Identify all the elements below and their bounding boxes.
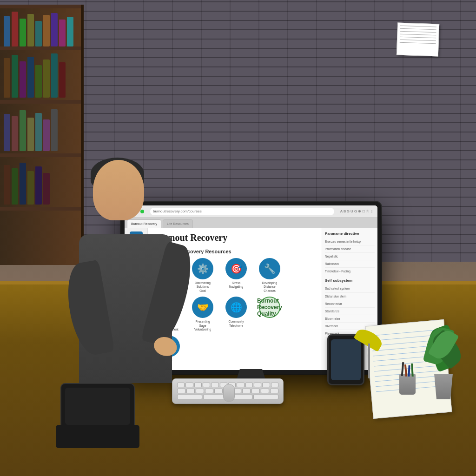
scene: burnoutrecovery.com/courses A B S U G ⊕ …: [0, 0, 476, 476]
right-panel-item-3: Nepalistic: [325, 253, 375, 260]
rp-item-7: Distansive stem: [325, 293, 375, 300]
course-icon-4: 🔧: [259, 258, 280, 279]
rp-item-9: Standarize: [325, 308, 375, 315]
rp-item-8: Reconnectar: [325, 300, 375, 308]
course-label-2: DiscoveringSolutionsGoal: [195, 281, 211, 293]
phone-screen: [331, 339, 361, 380]
right-panel-item-4: Ratironam: [325, 260, 375, 268]
person-head: [93, 160, 144, 220]
person: [65, 160, 186, 383]
course-card-4[interactable]: 🔧 DevelopingDistanceChanses: [255, 258, 284, 293]
person-body: [79, 234, 172, 383]
plant: [425, 325, 462, 399]
right-panel-item-1: Bronzes semesterite hotsp: [325, 238, 375, 245]
course-label-6: PresentingSageVolunteering: [194, 320, 211, 331]
course-card-7[interactable]: 🌐 CommunityTelephone: [221, 297, 251, 331]
wall-document: [397, 22, 439, 56]
course-card-8[interactable]: BurnoutRecoveryQuality: [255, 297, 284, 331]
person-left-shoulder: [62, 260, 115, 358]
chair-back: [60, 383, 135, 430]
chair: [46, 383, 149, 476]
pen-cup: [399, 374, 416, 395]
browser-icons: A B S U G ⊕ □ ☆ ⋮: [340, 209, 374, 213]
rp-item-6: Sad-select system: [325, 285, 375, 292]
course-icon-7: 🌐: [225, 297, 247, 318]
lamp-post: [368, 344, 370, 378]
course-icon-2: ⚙️: [192, 258, 213, 279]
course-label-7: CommunityTelephone: [229, 320, 244, 328]
course-icon-6: 🤝: [192, 297, 213, 318]
desk-lamp: [364, 332, 374, 378]
course-card-6[interactable]: 🤝 PresentingSageVolunteering: [188, 297, 218, 331]
phone: [327, 334, 364, 385]
right-panel-item-2: information disease: [325, 245, 375, 253]
right-panel-section2-title: Self-subsystem: [325, 278, 375, 283]
right-panel-title: Paraname directive: [325, 231, 375, 236]
rp-item-10: Bloomraise: [325, 315, 375, 323]
course-card-2[interactable]: ⚙️ DiscoveringSolutionsGoal: [188, 258, 218, 293]
plant-leaves: [425, 323, 462, 378]
course-label-4: DevelopingDistanceChanses: [262, 281, 278, 293]
person-right-hand: [152, 335, 179, 359]
mouse[interactable]: [223, 384, 235, 402]
course-icon-8: BurnoutRecoveryQuality: [259, 297, 280, 318]
chair-seat: [56, 425, 139, 448]
right-panel-item-5: Timotelaw • Facing: [325, 268, 375, 275]
course-label-3: StressNavigating: [229, 281, 244, 289]
course-card-3[interactable]: 🎯 StressNavigating: [221, 258, 251, 293]
course-icon-3: 🎯: [225, 258, 247, 279]
